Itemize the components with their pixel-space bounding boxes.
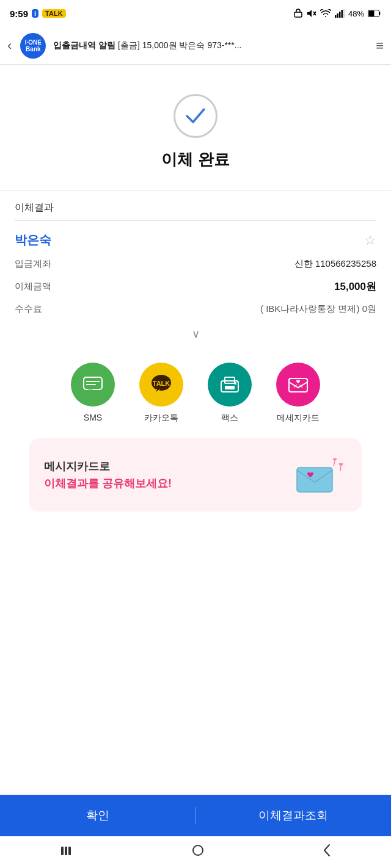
chevron-down-icon[interactable]: ∨: [192, 327, 200, 341]
promo-line1: 메시지카드로: [44, 459, 172, 474]
svg-rect-21: [297, 468, 332, 492]
menu-icon[interactable]: ≡: [376, 38, 384, 54]
fax-icon: [217, 374, 242, 396]
fee-label: 수수료: [15, 303, 42, 315]
sms-circle: [71, 363, 115, 407]
check-circle: [174, 94, 217, 138]
notif-detail: [출금] 15,000원 박은숙 973-***...: [118, 40, 241, 50]
svg-rect-10: [84, 377, 102, 389]
mute-icon: [307, 9, 316, 18]
status-icons: 48%: [293, 9, 381, 18]
bank-logo-circle: I·ONEBank: [20, 33, 46, 59]
key-icon: [293, 9, 303, 18]
battery-percent: 48%: [348, 9, 364, 18]
envelope-illustration: [292, 450, 347, 499]
notification-bar: ‹ I·ONEBank 입출금내역 알림 [출금] 15,000원 박은숙 97…: [0, 27, 391, 65]
svg-rect-20: [289, 378, 307, 392]
bank-icon-small: i: [32, 9, 38, 18]
nav-back-button[interactable]: [323, 844, 332, 861]
promo-card[interactable]: 메시지카드로 이체결과를 공유해보세요!: [29, 438, 362, 512]
success-section: 이체 완료: [0, 65, 391, 190]
svg-text:TALK: TALK: [153, 380, 170, 387]
star-icon[interactable]: ☆: [364, 233, 376, 248]
fax-share-item[interactable]: 팩스: [208, 363, 252, 424]
notification-text: 입출금내역 알림 [출금] 15,000원 박은숙 973-***...: [53, 40, 368, 51]
sms-icon: [82, 375, 104, 394]
svg-rect-4: [337, 13, 338, 18]
svg-rect-5: [339, 12, 341, 18]
success-title: 이체 완료: [161, 149, 229, 170]
svg-rect-25: [65, 847, 67, 855]
account-label: 입금계좌: [15, 258, 51, 270]
share-icons-row: SMS TALK 카카오톡: [15, 363, 376, 424]
svg-rect-0: [294, 12, 302, 17]
kakaotalk-share-item[interactable]: TALK 카카오톡: [139, 363, 183, 424]
msgcard-share-item[interactable]: 메세지카드: [276, 363, 320, 424]
result-name-row: 박은숙 ☆: [15, 221, 376, 253]
svg-rect-6: [341, 10, 343, 18]
amount-label: 이체금액: [15, 281, 51, 292]
svg-rect-9: [369, 11, 375, 16]
android-nav-bar: [0, 836, 391, 868]
svg-rect-7: [343, 9, 345, 18]
account-value: 신한 110566235258: [294, 258, 376, 270]
bottom-spacer: [0, 538, 391, 624]
promo-text: 메시지카드로 이체결과를 공유해보세요!: [44, 459, 172, 491]
fax-label: 팩스: [221, 413, 238, 424]
svg-line-22: [334, 461, 335, 466]
nav-menu-icon: [59, 845, 73, 856]
talk-label: 카카오톡: [144, 413, 178, 424]
nav-home-icon: [191, 844, 205, 857]
sms-share-item[interactable]: SMS: [71, 363, 115, 424]
svg-rect-18: [225, 386, 235, 389]
svg-rect-27: [193, 845, 203, 855]
nav-home-button[interactable]: [191, 844, 205, 861]
svg-rect-3: [335, 15, 337, 18]
account-row: 입금계좌 신한 110566235258: [15, 253, 376, 275]
result-lookup-button[interactable]: 이체결과조회: [196, 795, 392, 836]
recipient-name: 박은숙: [15, 232, 51, 248]
confirm-button[interactable]: 확인: [0, 795, 196, 836]
fee-row: 수수료 ( IBK나라사랑통장 면제) 0원: [15, 298, 376, 320]
share-section: SMS TALK 카카오톡: [0, 343, 391, 538]
sms-label: SMS: [84, 413, 102, 422]
amount-value: 15,000원: [334, 280, 376, 294]
nav-back-icon: [323, 844, 332, 857]
battery-icon: [368, 10, 381, 17]
svg-point-19: [234, 382, 236, 385]
svg-marker-13: [88, 389, 93, 392]
checkmark-icon: [185, 107, 206, 125]
bottom-buttons: 확인 이체결과조회: [0, 795, 391, 836]
svg-rect-24: [61, 847, 64, 855]
promo-line2: 이체결과를 공유해보세요!: [44, 476, 172, 491]
fax-circle: [208, 363, 252, 407]
fee-value: ( IBK나라사랑통장 면제) 0원: [260, 303, 376, 315]
notif-bold: 입출금내역 알림: [53, 40, 115, 50]
svg-line-23: [340, 466, 341, 471]
wifi-icon: [320, 9, 331, 18]
status-bar: 9:59 i TALK 48%: [0, 0, 391, 27]
result-section: 이체결과 박은숙 ☆ 입금계좌 신한 110566235258 이체금액 15,…: [0, 190, 391, 343]
msg-circle: [276, 363, 320, 407]
talk-badge: TALK: [42, 9, 66, 18]
msgcard-icon: [286, 374, 310, 396]
fee-amount: 0원: [362, 303, 376, 314]
amount-row: 이체금액 15,000원: [15, 275, 376, 298]
back-icon[interactable]: ‹: [7, 38, 12, 54]
result-label: 이체결과: [15, 190, 376, 220]
status-time: 9:59: [10, 9, 28, 19]
main-content: 이체 완료 이체결과 박은숙 ☆ 입금계좌 신한 110566235258 이체…: [0, 65, 391, 624]
msgcard-label: 메세지카드: [277, 413, 320, 424]
signal-icon: [335, 9, 345, 18]
svg-rect-26: [68, 847, 71, 855]
talk-icon: TALK: [148, 372, 175, 397]
chevron-row[interactable]: ∨: [15, 320, 376, 343]
talk-circle: TALK: [139, 363, 183, 407]
fee-note: ( IBK나라사랑통장 면제): [260, 303, 360, 314]
nav-menu-button[interactable]: [59, 844, 73, 860]
